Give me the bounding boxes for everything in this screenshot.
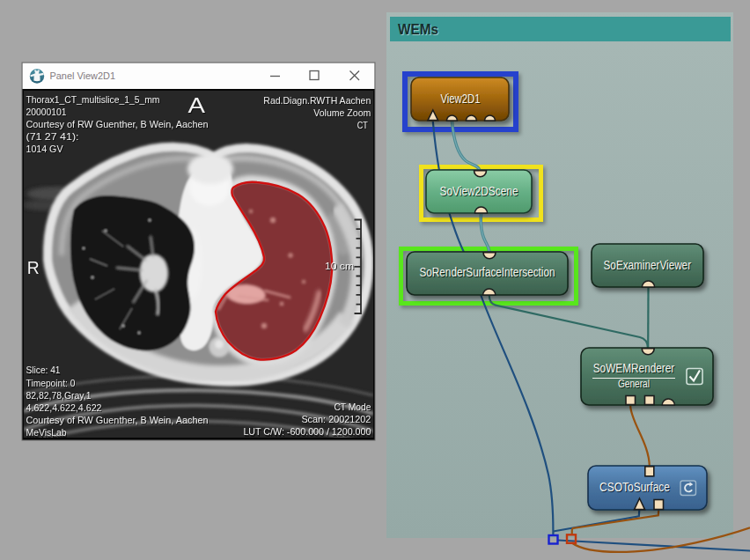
svg-text:Courtesy of RW Guenther, B Wei: Courtesy of RW Guenther, B Wein, Aachen: [26, 119, 209, 129]
svg-text:10 cm: 10 cm: [325, 261, 354, 271]
svg-text:R: R: [27, 257, 40, 277]
svg-text:SoExaminerViewer: SoExaminerViewer: [604, 258, 692, 272]
svg-text:CT: CT: [357, 120, 368, 130]
svg-text:SoWEMRenderer: SoWEMRenderer: [593, 361, 675, 375]
svg-text:Thorax1_CT_multislice_1_5_mm: Thorax1_CT_multislice_1_5_mm: [26, 94, 160, 105]
svg-text:CT Mode: CT Mode: [334, 402, 371, 412]
svg-text:Rad.Diagn.RWTH Aachen: Rad.Diagn.RWTH Aachen: [263, 95, 371, 106]
svg-text:MeVisLab: MeVisLab: [26, 427, 67, 438]
svg-text:LUT C/W: -600.000 / 1200.000: LUT C/W: -600.000 / 1200.000: [243, 426, 371, 437]
svg-text:WEMs: WEMs: [398, 22, 438, 37]
svg-text:View2D1: View2D1: [441, 92, 481, 106]
svg-text:1014 GV: 1014 GV: [26, 144, 63, 154]
svg-text:Slice: 41: Slice: 41: [26, 365, 61, 375]
svg-text:4.622,4.622,4.622: 4.622,4.622,4.622: [26, 402, 102, 413]
svg-text:General: General: [618, 378, 650, 390]
svg-text:Timepoint: 0: Timepoint: 0: [26, 378, 76, 388]
svg-text:20000101: 20000101: [26, 107, 67, 117]
svg-text:CSOToSurface: CSOToSurface: [599, 480, 670, 494]
svg-text:A: A: [188, 94, 205, 117]
svg-text:Scan: 20021202: Scan: 20021202: [301, 414, 371, 424]
svg-text:SoRenderSurfaceIntersection: SoRenderSurfaceIntersection: [420, 265, 555, 279]
svg-text:SoView2DScene: SoView2DScene: [440, 184, 518, 198]
svg-text:82,82,78,Gray,1: 82,82,78,Gray,1: [26, 390, 92, 401]
svg-text:Panel View2D1: Panel View2D1: [50, 70, 116, 81]
svg-text:Volume Zoom: Volume Zoom: [313, 107, 371, 118]
svg-text:Courtesy of RW Guenther, B Wei: Courtesy of RW Guenther, B Wein, Aachen: [26, 415, 209, 425]
svg-text:(71 27 41):: (71 27 41):: [26, 131, 79, 142]
